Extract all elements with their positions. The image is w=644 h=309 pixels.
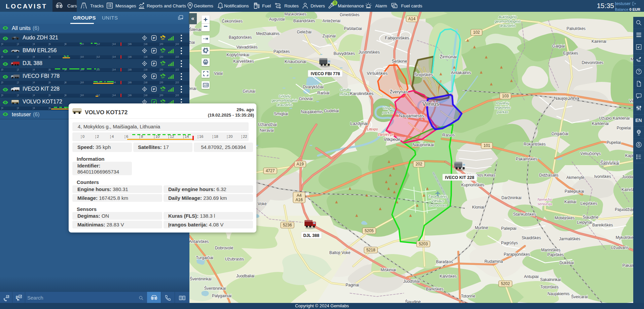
svg-text:Satrininkai: Satrininkai bbox=[600, 161, 619, 166]
svg-text:A16: A16 bbox=[295, 197, 303, 202]
svg-text:Mykoliškės: Mykoliškės bbox=[616, 235, 636, 240]
svg-text:Karklėnai: Karklėnai bbox=[592, 121, 609, 126]
svg-text:5218: 5218 bbox=[366, 248, 375, 252]
svg-text:Rudamina: Rudamina bbox=[485, 259, 503, 264]
svg-text:Liepiškės: Liepiškės bbox=[580, 201, 597, 206]
svg-text:Pavilnių: Pavilnių bbox=[496, 101, 509, 105]
svg-text:Gineitiškės: Gineitiškės bbox=[340, 12, 360, 17]
svg-text:Zujūnai: Zujūnai bbox=[322, 34, 335, 38]
svg-text:Naujoji Vilnia: Naujoji Vilnia bbox=[554, 96, 580, 101]
svg-text:2: 2 bbox=[180, 297, 181, 300]
svg-text:Totoriškės: Totoriškės bbox=[540, 285, 559, 289]
svg-text:Skaidiškės: Skaidiškės bbox=[522, 236, 541, 240]
svg-text:Paliepiai: Paliepiai bbox=[501, 226, 516, 231]
svg-text:Naujakiemis: Naujakiemis bbox=[547, 291, 569, 296]
svg-text:Šilėnai: Šilėnai bbox=[189, 27, 201, 32]
svg-text:Vilnius: Vilnius bbox=[422, 101, 439, 107]
svg-text:Pakalniškės: Pakalniškės bbox=[516, 157, 537, 161]
svg-text:Akmenytė: Akmenytė bbox=[566, 175, 584, 180]
svg-text:Dukeliai: Dukeliai bbox=[560, 260, 574, 265]
svg-text:regioninis: regioninis bbox=[495, 105, 511, 110]
svg-text:džiai: džiai bbox=[189, 40, 195, 45]
svg-text:Žvėrynas: Žvėrynas bbox=[390, 89, 408, 94]
svg-text:Galgiai: Galgiai bbox=[552, 44, 565, 49]
svg-text:Kloniai: Kloniai bbox=[472, 205, 484, 210]
svg-text:Katiliai: Katiliai bbox=[564, 199, 576, 204]
svg-text:Pajuodžiai: Pajuodžiai bbox=[615, 207, 633, 212]
svg-text:Šventininkai: Šventininkai bbox=[204, 286, 226, 291]
svg-text:Čekoniškės: Čekoniškės bbox=[222, 19, 243, 24]
svg-text:5236: 5236 bbox=[283, 223, 292, 227]
svg-text:Daržininkai: Daržininkai bbox=[501, 195, 521, 200]
svg-text:Kalviškės: Kalviškės bbox=[440, 274, 457, 279]
svg-text:Balandiškės: Balandiškės bbox=[293, 19, 315, 23]
svg-text:Kuprioniškės: Kuprioniškės bbox=[461, 183, 485, 187]
svg-text:P: P bbox=[153, 49, 155, 53]
svg-text:5202: 5202 bbox=[501, 281, 510, 286]
svg-text:Grioviai: Grioviai bbox=[299, 96, 313, 101]
svg-text:Valai: Valai bbox=[214, 71, 223, 76]
svg-text:seniūnija: seniūnija bbox=[537, 202, 552, 206]
svg-text:Vilniaus: Vilniaus bbox=[431, 199, 444, 203]
svg-text:Šnipiškės: Šnipiškės bbox=[414, 72, 433, 77]
svg-text:Viršuliškės: Viršuliškės bbox=[367, 71, 388, 76]
svg-text:Raišiai: Raišiai bbox=[317, 91, 329, 95]
svg-text:Antežeriai: Antežeriai bbox=[322, 19, 340, 23]
svg-text:Griovių: Griovių bbox=[279, 94, 291, 98]
svg-text:IVECO KIT 228: IVECO KIT 228 bbox=[445, 175, 474, 180]
svg-text:P: P bbox=[153, 62, 155, 65]
svg-text:Papiškės: Papiškės bbox=[274, 49, 290, 54]
svg-text:P: P bbox=[153, 87, 155, 91]
svg-text:P: P bbox=[153, 74, 155, 78]
svg-text:5203: 5203 bbox=[419, 242, 428, 246]
svg-text:102: 102 bbox=[473, 30, 480, 35]
svg-text:Vingio: Vingio bbox=[383, 106, 393, 110]
svg-text:Laisvės pr.: Laisvės pr. bbox=[378, 133, 394, 136]
svg-text:Lazdynai: Lazdynai bbox=[350, 121, 368, 126]
svg-text:draustinis: draustinis bbox=[500, 24, 516, 28]
svg-text:202: 202 bbox=[416, 162, 422, 166]
svg-text:Augustai: Augustai bbox=[269, 17, 285, 22]
svg-text:LOG: LOG bbox=[204, 84, 209, 86]
svg-text:Dobrovolė: Dobrovolė bbox=[215, 246, 234, 250]
svg-text:Baltoji Vokė: Baltoji Vokė bbox=[329, 250, 351, 255]
svg-text:parkas: parkas bbox=[382, 111, 394, 115]
svg-text:geomorfologinis: geomorfologinis bbox=[272, 98, 298, 102]
svg-text:2: 2 bbox=[183, 297, 184, 300]
svg-text:Karoliniškės: Karoliniškės bbox=[350, 91, 374, 96]
svg-text:Užlandžiai: Užlandžiai bbox=[258, 122, 277, 127]
svg-text:Antupiai: Antupiai bbox=[524, 274, 538, 279]
svg-text:Maskoliškės: Maskoliškės bbox=[284, 12, 306, 17]
svg-text:Juodšiliai: Juodšiliai bbox=[403, 279, 420, 284]
svg-text:Rasos: Rasos bbox=[442, 132, 455, 137]
svg-text:Šventininkai: Šventininkai bbox=[190, 276, 212, 281]
svg-text:Buivydiškės: Buivydiškės bbox=[333, 51, 355, 56]
svg-text:Koplyčninkai: Koplyčninkai bbox=[226, 53, 249, 57]
svg-text:Parapijoniškės: Parapijoniškės bbox=[504, 252, 530, 257]
svg-text:Turgaičiai: Turgaičiai bbox=[196, 255, 213, 260]
svg-text:Egliškės: Egliškės bbox=[563, 51, 578, 56]
svg-text:Paliuliškės: Paliuliškės bbox=[567, 26, 586, 31]
svg-text:Žirmūnai: Žirmūnai bbox=[440, 54, 457, 59]
svg-text:geomorfologinis: geomorfologinis bbox=[495, 19, 521, 23]
svg-text:parkas: parkas bbox=[497, 110, 508, 114]
svg-text:Užubrastis: Užubrastis bbox=[225, 257, 244, 261]
svg-text:Paliepiukai: Paliepiukai bbox=[565, 189, 584, 194]
svg-text:Murlinė: Murlinė bbox=[475, 225, 488, 230]
svg-text:Popielai: Popielai bbox=[617, 126, 631, 130]
svg-text:Barkiškės: Barkiškės bbox=[426, 287, 443, 291]
svg-text:vėnai: vėnai bbox=[189, 86, 196, 91]
svg-text:Naujininkai: Naujininkai bbox=[413, 142, 434, 147]
svg-text:Pagiriai: Pagiriai bbox=[346, 283, 359, 287]
svg-text:Rokantiškės: Rokantiškės bbox=[524, 142, 545, 147]
svg-text:Girulių: Girulių bbox=[340, 88, 351, 92]
svg-text:Karveliškės: Karveliškės bbox=[233, 59, 254, 64]
svg-text:4727: 4727 bbox=[266, 168, 275, 173]
svg-text:Užudvaris: Užudvaris bbox=[611, 245, 629, 250]
svg-text:Antaniškės: Antaniškės bbox=[189, 239, 209, 244]
svg-text:Didžiasalis: Didžiasalis bbox=[539, 173, 558, 178]
svg-text:Bagdoniškės: Bagdoniškės bbox=[229, 35, 252, 40]
svg-text:Vokė: Vokė bbox=[258, 202, 267, 206]
svg-text:IVECO FBI 778: IVECO FBI 778 bbox=[311, 71, 340, 76]
svg-text:Neravai: Neravai bbox=[260, 128, 274, 133]
